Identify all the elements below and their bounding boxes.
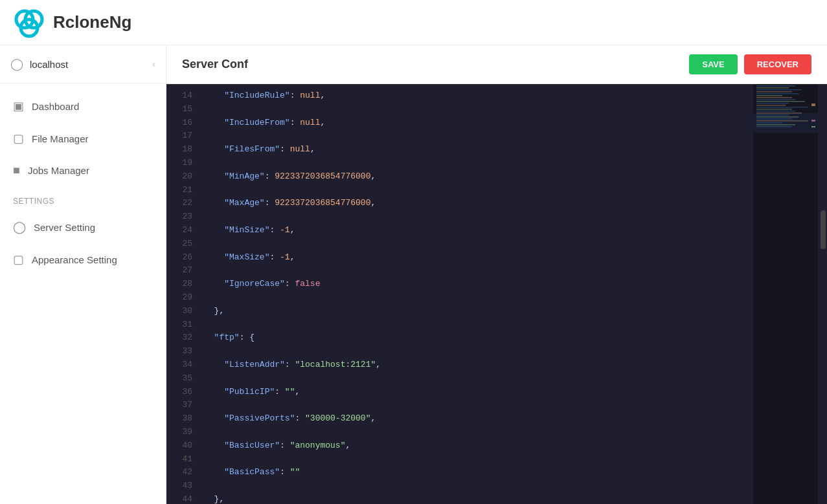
code-line-16: "FilesFrom": null, <box>204 143 753 157</box>
minimap <box>753 84 818 504</box>
line-num-25: 25 <box>166 237 199 251</box>
sidebar-item-file-manager[interactable]: ▢ File Manager <box>0 122 166 155</box>
svg-rect-8 <box>756 95 782 96</box>
line-num-26: 26 <box>166 251 199 265</box>
line-num-21: 21 <box>166 184 199 197</box>
sidebar-item-server-setting[interactable]: ◯ Server Setting <box>0 211 166 243</box>
sidebar-item-jobs-manager[interactable]: ■ Jobs Manager <box>0 155 166 186</box>
svg-rect-14 <box>756 107 808 108</box>
content-area: Server Conf SAVE RECOVER 141516171819202… <box>166 45 827 504</box>
line-num-23: 23 <box>166 210 199 224</box>
svg-rect-28 <box>811 126 815 127</box>
line-num-42: 42 <box>166 466 199 479</box>
code-line-17: "MinAge": 9223372036854776000, <box>204 170 753 184</box>
svg-rect-9 <box>756 97 792 98</box>
line-num-18: 18 <box>166 143 199 157</box>
sidebar-nav: ▣ Dashboard ▢ File Manager ■ Jobs Manage… <box>0 83 166 282</box>
header-buttons: SAVE RECOVER <box>689 54 811 74</box>
svg-rect-26 <box>811 104 815 106</box>
svg-rect-3 <box>756 85 795 87</box>
line-num-16: 16 <box>166 116 199 130</box>
dashboard-icon: ▣ <box>13 99 24 113</box>
line-num-28: 28 <box>166 278 199 291</box>
line-num-37: 37 <box>166 399 199 412</box>
line-num-34: 34 <box>166 358 199 372</box>
code-line-28: "BasicPass": "" <box>204 466 753 479</box>
scrollbar[interactable] <box>818 84 827 504</box>
sidebar-item-label-file-manager: File Manager <box>32 133 89 144</box>
line-num-29: 29 <box>166 291 199 305</box>
code-line-20: "MaxSize": -1, <box>204 251 753 265</box>
user-info: ◯ localhost <box>10 57 68 71</box>
svg-rect-25 <box>753 113 818 133</box>
code-editor[interactable]: "IncludeRule": null, "IncludeFrom": null… <box>199 84 753 504</box>
content-title: Server Conf <box>182 58 248 71</box>
sidebar-item-appearance-setting[interactable]: ▢ Appearance Setting <box>0 243 166 276</box>
code-line-23: "ftp": { <box>204 331 753 345</box>
line-num-36: 36 <box>166 386 199 399</box>
svg-rect-27 <box>811 120 815 122</box>
svg-rect-12 <box>756 103 789 104</box>
folder-icon: ▢ <box>13 131 24 146</box>
line-num-38: 38 <box>166 412 199 426</box>
line-num-24: 24 <box>166 224 199 237</box>
line-num-30: 30 <box>166 305 199 318</box>
sidebar-item-label-server-setting: Server Setting <box>34 222 95 233</box>
code-line-21: "IgnoreCase": false <box>204 278 753 291</box>
line-num-33: 33 <box>166 345 199 358</box>
svg-rect-10 <box>756 99 795 100</box>
line-num-22: 22 <box>166 197 199 210</box>
code-line-24: "ListenAddr": "localhost:2121", <box>204 358 753 372</box>
svg-rect-13 <box>756 105 786 106</box>
svg-rect-7 <box>756 93 799 94</box>
content-header: Server Conf SAVE RECOVER <box>166 45 827 84</box>
line-num-20: 20 <box>166 170 199 184</box>
username: localhost <box>30 59 68 70</box>
user-icon: ◯ <box>10 57 23 71</box>
collapse-icon[interactable]: ‹ <box>152 59 155 69</box>
line-num-35: 35 <box>166 372 199 386</box>
line-num-15: 15 <box>166 103 199 116</box>
line-num-44: 44 <box>166 493 199 504</box>
code-line-15: "IncludeFrom": null, <box>204 116 753 130</box>
line-num-14: 14 <box>166 89 199 103</box>
palette-icon: ▢ <box>13 252 24 267</box>
sidebar-item-label-dashboard: Dashboard <box>32 101 79 112</box>
save-button[interactable]: SAVE <box>689 54 737 74</box>
line-num-32: 32 <box>166 331 199 345</box>
svg-rect-6 <box>756 91 792 93</box>
user-section[interactable]: ◯ localhost ‹ <box>0 45 166 83</box>
sidebar-item-label-appearance-setting: Appearance Setting <box>32 254 117 265</box>
line-num-41: 41 <box>166 453 199 466</box>
app-header: RcloneNg <box>0 0 827 45</box>
sidebar-item-dashboard[interactable]: ▣ Dashboard <box>0 90 166 122</box>
app-logo <box>13 6 45 39</box>
recover-button[interactable]: RECOVER <box>744 54 811 74</box>
line-num-43: 43 <box>166 479 199 493</box>
briefcase-icon: ■ <box>13 164 20 177</box>
line-num-40: 40 <box>166 439 199 453</box>
line-num-27: 27 <box>166 264 199 278</box>
code-line-14: "IncludeRule": null, <box>204 89 753 103</box>
svg-rect-5 <box>756 89 802 91</box>
svg-rect-16 <box>756 111 795 112</box>
line-numbers: 1415161718192021222324252627282930313233… <box>166 84 199 504</box>
line-num-31: 31 <box>166 318 199 332</box>
line-num-17: 17 <box>166 129 199 143</box>
app-title: RcloneNg <box>53 12 131 32</box>
line-num-19: 19 <box>166 157 199 170</box>
line-num-39: 39 <box>166 426 199 439</box>
svg-rect-11 <box>756 101 805 102</box>
editor-area: 1415161718192021222324252627282930313233… <box>166 84 827 504</box>
code-line-19: "MinSize": -1, <box>204 224 753 237</box>
code-line-27: "BasicUser": "anonymous", <box>204 439 753 453</box>
code-line-29: }, <box>204 493 753 504</box>
code-line-18: "MaxAge": 9223372036854776000, <box>204 197 753 210</box>
scrollbar-thumb[interactable] <box>821 210 826 249</box>
code-line-26: "PassivePorts": "30000-32000", <box>204 412 753 426</box>
main-layout: ◯ localhost ‹ ▣ Dashboard ▢ File Manager… <box>0 45 827 504</box>
sidebar: ◯ localhost ‹ ▣ Dashboard ▢ File Manager… <box>0 45 166 504</box>
svg-rect-15 <box>756 109 792 110</box>
code-line-25: "PublicIP": "", <box>204 386 753 399</box>
sidebar-item-label-jobs-manager: Jobs Manager <box>28 165 89 176</box>
